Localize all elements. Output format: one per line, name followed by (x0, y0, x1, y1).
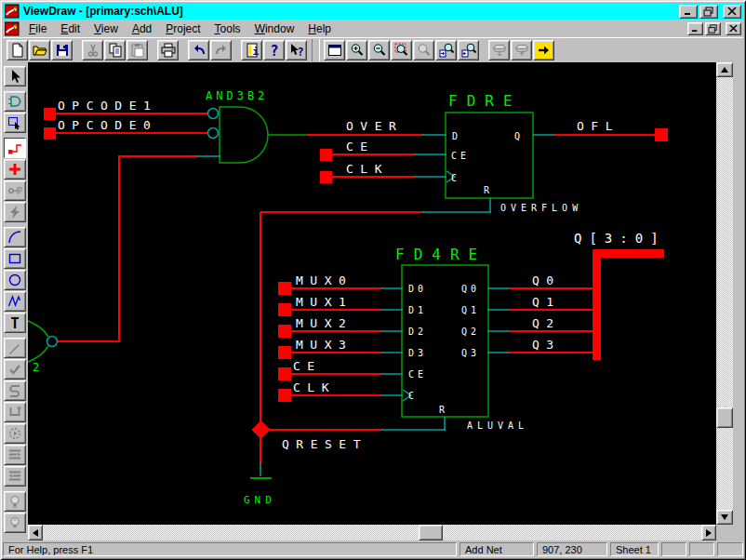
open-icon (33, 43, 47, 58)
tool-select-button[interactable] (4, 66, 26, 87)
menu-add[interactable]: Add (127, 20, 157, 37)
toolbar-zoom-out-button[interactable] (368, 40, 390, 60)
tool-circle-button[interactable] (4, 270, 26, 290)
tool-route-out-button[interactable] (4, 466, 26, 487)
net-label-ce[interactable]: CE (346, 140, 375, 153)
net-label-opcode0[interactable]: OPCODE0 (58, 118, 157, 132)
toolbar-separator (312, 39, 320, 61)
toolbar-sheet-info-button[interactable]: i (241, 40, 262, 60)
toolbar-print-button[interactable] (157, 40, 179, 60)
bus-label-q30[interactable]: Q[3:0] (574, 231, 666, 246)
menu-view[interactable]: View (88, 20, 124, 37)
close-button[interactable] (723, 5, 741, 19)
zoom-out-icon (372, 43, 387, 58)
ref-label-and3b2[interactable]: AND3B2 (206, 89, 268, 102)
tool-lamp-query-button[interactable] (4, 513, 26, 533)
tool-polyline-button[interactable] (4, 291, 26, 312)
arrow-up-icon (721, 67, 728, 73)
net-label-ofl[interactable]: OFL (577, 119, 619, 133)
tool-check-button[interactable] (4, 359, 26, 380)
net-label-mux1[interactable]: MUX1 (296, 295, 353, 309)
net-label-opcode1[interactable]: OPCODE1 (58, 99, 157, 113)
toolbar-help-button[interactable]: ? (263, 40, 285, 60)
net-label-clk2[interactable]: CLK (293, 380, 336, 394)
mdi-close-button[interactable] (726, 22, 741, 35)
scroll-up-button[interactable] (716, 62, 733, 77)
toolbar-cut-button[interactable] (82, 40, 103, 60)
ref-label-fdre[interactable]: FDRE (448, 92, 522, 110)
net-label-ce2[interactable]: CE (293, 359, 322, 373)
ref-label-fd4re[interactable]: FD4RE (395, 246, 486, 263)
q-bus-bar[interactable] (593, 249, 601, 360)
tool-auto-connect-button[interactable] (4, 202, 26, 222)
toolbar-new-button[interactable] (7, 40, 28, 60)
tool-route-s-button[interactable] (4, 380, 26, 401)
menu-file[interactable]: File (23, 20, 52, 37)
toolbar-context-help-button[interactable]: ? (286, 40, 307, 60)
mdi-restore-button[interactable] (705, 22, 721, 35)
menu-edit[interactable]: Edit (55, 20, 86, 37)
scroll-down-button[interactable] (716, 510, 733, 525)
net-label-mux3[interactable]: MUX3 (296, 338, 353, 352)
tool-arc-button[interactable] (4, 227, 26, 247)
scroll-left-button[interactable] (28, 525, 43, 540)
scroll-right-button[interactable] (701, 525, 716, 540)
tool-select-area-button[interactable] (4, 113, 26, 133)
pin-icon: P (7, 183, 22, 198)
menu-project[interactable]: Project (160, 20, 206, 37)
toolbar-push-schematic-button[interactable] (488, 40, 510, 60)
net-label-q3[interactable]: Q3 (532, 338, 561, 352)
net-label-mux0[interactable]: MUX0 (296, 273, 353, 287)
schematic-canvas[interactable]: OPCODE1 OPCODE0 OVER CE CLK OFL OVERFLOW… (28, 62, 716, 525)
toolbar-undo-button[interactable] (188, 40, 209, 60)
tool-rotate-button[interactable] (4, 423, 26, 444)
tool-component-button[interactable] (4, 91, 26, 112)
tool-pen-button[interactable] (4, 338, 26, 358)
tool-box-button[interactable] (4, 248, 26, 269)
toolbar-open-button[interactable] (29, 40, 50, 60)
net-label-q0[interactable]: Q0 (532, 273, 561, 287)
tool-route-in-button[interactable] (4, 445, 26, 465)
minimize-button[interactable] (679, 5, 698, 19)
net-terminals[interactable] (44, 108, 668, 439)
net-label-q1[interactable]: Q1 (532, 295, 561, 309)
menu-window[interactable]: Window (249, 20, 300, 37)
toolbar-paste-button[interactable] (127, 40, 148, 60)
or-gate-symbol[interactable] (28, 316, 48, 367)
toolbar-open-next-button[interactable] (533, 40, 554, 60)
net-label-overflow[interactable]: OVERFLOW (500, 203, 582, 213)
tool-pin-button[interactable]: P (4, 180, 26, 201)
toolbar-zoom-full-button[interactable] (324, 40, 345, 60)
toolbar-pop-schematic-button[interactable] (511, 40, 532, 60)
net-label-qreset[interactable]: QRESET (282, 437, 367, 451)
net-label-mux2[interactable]: MUX2 (296, 316, 353, 330)
vertical-scroll-thumb[interactable] (716, 407, 733, 428)
q-bus-bar[interactable] (593, 249, 664, 258)
toolbar-copy-button[interactable] (104, 40, 126, 60)
tool-text-button[interactable]: T (4, 313, 26, 333)
toolbar-save-button[interactable] (51, 40, 73, 60)
net-label-clk[interactable]: CLK (346, 162, 389, 176)
net-label-q2[interactable]: Q2 (532, 316, 561, 330)
menu-help[interactable]: Help (302, 20, 337, 37)
net-label-aluval[interactable]: ALUVAL (467, 420, 528, 431)
restore-button[interactable] (699, 5, 718, 19)
vertical-scrollbar[interactable] (716, 62, 733, 525)
and-gate-symbol[interactable] (220, 107, 308, 163)
toolbar-zoom-in-button[interactable] (346, 40, 367, 60)
horizontal-scroll-thumb[interactable] (419, 525, 443, 540)
mdi-minimize-button[interactable] (687, 22, 703, 35)
horizontal-scrollbar[interactable] (28, 525, 716, 540)
tool-bus-button[interactable] (4, 159, 26, 180)
toolbar-zoom-block-in-button[interactable] (435, 40, 457, 60)
net-label-over[interactable]: OVER (346, 119, 403, 133)
toolbar-zoom-block-out-button[interactable] (458, 40, 479, 60)
tool-net-button[interactable] (4, 138, 26, 158)
tool-lamp-on-button[interactable] (4, 491, 26, 512)
toolbar-zoom-area-button[interactable] (391, 40, 412, 60)
menu-tools[interactable]: Tools (209, 20, 246, 37)
toolbar-redo-button[interactable] (210, 40, 232, 60)
toolbar-zoom-selected-button[interactable] (413, 40, 434, 60)
cut-icon (86, 43, 100, 58)
tool-route-u-button[interactable] (4, 402, 26, 422)
